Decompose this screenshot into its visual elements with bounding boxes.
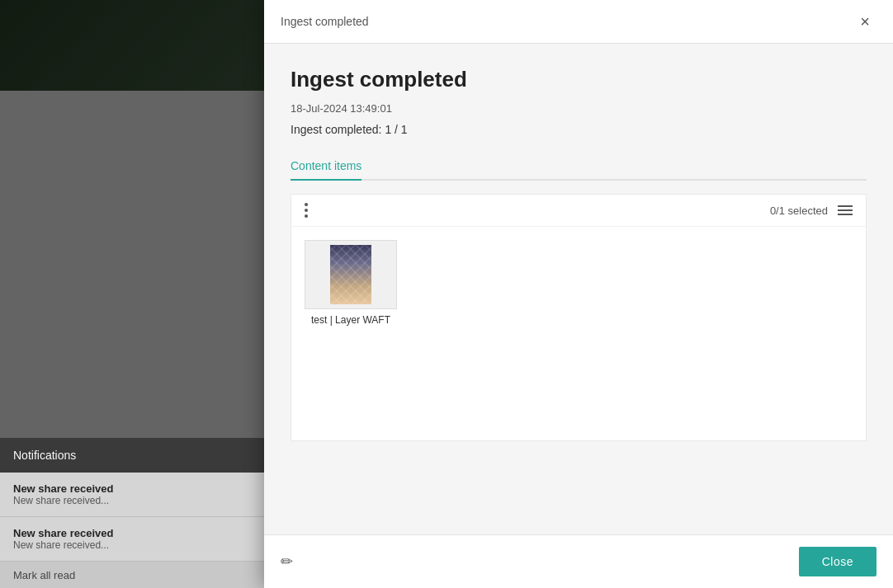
hamburger-line-2 — [838, 209, 853, 211]
item-thumbnail — [305, 240, 397, 309]
tab-content-items[interactable]: Content items — [291, 153, 361, 181]
modal-body-title: Ingest completed — [291, 67, 867, 92]
toolbar-right: 0/1 selected — [770, 205, 853, 217]
content-toolbar: 0/1 selected — [291, 195, 866, 227]
modal-header: Ingest completed × — [264, 0, 893, 44]
tabs: Content items — [291, 153, 867, 181]
hamburger-line-3 — [838, 214, 853, 215]
item-card[interactable]: test | Layer WAFT — [305, 240, 397, 326]
notifications-title: Notifications — [13, 449, 76, 462]
ingest-count-label: Ingest completed: — [291, 123, 382, 136]
dot-3 — [305, 214, 308, 218]
modal-timestamp: 18-Jul-2024 13:49:01 — [291, 102, 867, 115]
content-area: 0/1 selected test | Layer — [291, 194, 867, 441]
modal-ingest-count: Ingest completed: 1 / 1 — [291, 123, 867, 136]
dot-1 — [305, 203, 308, 206]
more-options-button[interactable] — [305, 203, 308, 218]
modal-footer: ✏ Close — [264, 534, 893, 588]
mark-all-read-button[interactable]: Mark all read — [13, 569, 75, 581]
thumbnail-canvas — [305, 241, 396, 308]
thumbnail-inner — [330, 245, 371, 304]
selection-count: 0/1 selected — [770, 205, 828, 217]
items-grid: test | Layer WAFT — [291, 227, 866, 339]
close-button[interactable]: Close — [799, 547, 876, 576]
modal-header-title: Ingest completed — [281, 15, 369, 28]
dot-2 — [305, 209, 308, 212]
modal-body: Ingest completed 18-Jul-2024 13:49:01 In… — [264, 44, 893, 534]
item-label: test | Layer WAFT — [311, 314, 390, 326]
hamburger-line-1 — [838, 205, 853, 207]
modal-dialog: Ingest completed × Ingest completed 18-J… — [264, 0, 893, 588]
modal-close-button[interactable]: × — [853, 10, 876, 33]
view-toggle-button[interactable] — [838, 205, 853, 215]
edit-button[interactable]: ✏ — [281, 553, 293, 571]
ingest-count-value: 1 / 1 — [385, 123, 407, 136]
